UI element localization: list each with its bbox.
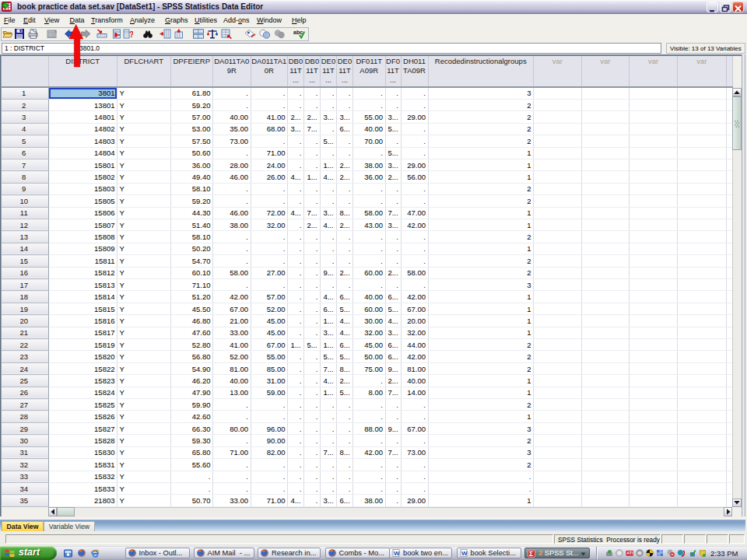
svg-text:Σ: Σ bbox=[529, 550, 533, 558]
svg-text:W: W bbox=[394, 550, 400, 557]
svg-text:?: ? bbox=[129, 30, 133, 39]
svg-text:ATI: ATI bbox=[626, 551, 633, 555]
svg-text:abc: abc bbox=[293, 30, 303, 35]
svg-text:W: W bbox=[461, 550, 468, 557]
